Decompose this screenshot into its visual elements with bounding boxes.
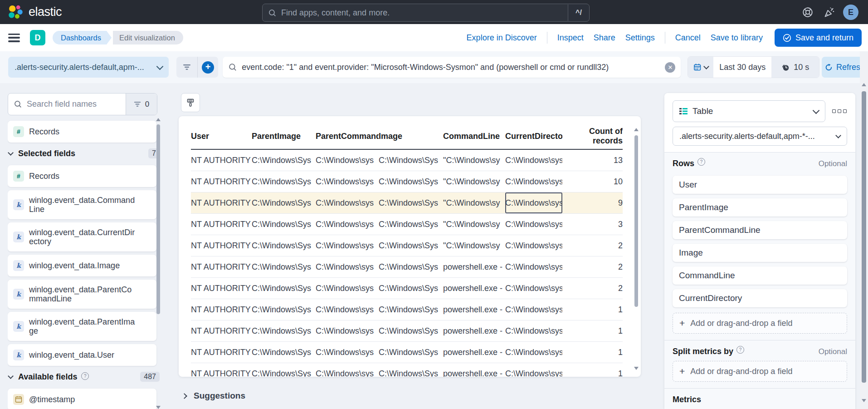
table-cell[interactable]: C:\Windows\Sys: [252, 342, 316, 363]
quick-select-button[interactable]: [688, 57, 713, 78]
table-cell[interactable]: NT AUTHORITY: [191, 214, 252, 235]
table-cell[interactable]: C:\Windows\Sys: [379, 299, 443, 320]
table-cell[interactable]: NT AUTHORITY: [191, 235, 252, 256]
table-cell[interactable]: C:\Windows\Sys: [252, 214, 316, 235]
table-cell[interactable]: C:\Windows\Sys: [252, 235, 316, 256]
table-cell[interactable]: NT AUTHORITY: [191, 150, 252, 171]
layer-options-icon[interactable]: [832, 109, 847, 113]
space-badge[interactable]: D: [30, 30, 45, 45]
table-cell[interactable]: NT AUTHORITY: [191, 363, 252, 377]
news-feed-icon[interactable]: [822, 5, 836, 19]
table-cell[interactable]: C:\Windows\sys: [316, 256, 379, 277]
table-cell[interactable]: C:\Windows\sys: [505, 171, 562, 192]
field-item-winlog-event-data-parentimage[interactable]: kwinlog.event_data.ParentImage: [8, 312, 156, 341]
time-range-button[interactable]: Last 30 days: [713, 57, 771, 78]
table-cell[interactable]: C:\Windows\sys: [316, 320, 379, 341]
table-cell[interactable]: C:\Windows\Sys: [379, 171, 443, 192]
table-cell[interactable]: C:\Windows\Sys: [379, 214, 443, 235]
row-dimension-user[interactable]: User: [673, 176, 847, 194]
table-cell[interactable]: C:\Windows\sys: [316, 192, 379, 213]
link-settings[interactable]: Settings: [625, 33, 655, 43]
field-search-input[interactable]: Search field names 0: [8, 93, 157, 115]
table-cell[interactable]: C:\Windows\Sys: [252, 299, 316, 320]
link-cancel[interactable]: Cancel: [675, 33, 701, 43]
table-cell[interactable]: 3: [562, 214, 623, 235]
table-cell[interactable]: C:\Windows\sys: [505, 214, 562, 235]
table-cell[interactable]: C:\Windows\Sys: [252, 256, 316, 277]
scrollbar-thumb[interactable]: [634, 135, 638, 307]
field-item-winlog-event-data-parentcommandline[interactable]: kwinlog.event_data.ParentCommandLine: [8, 280, 156, 309]
row-dimension-image[interactable]: Image: [673, 244, 847, 262]
table-cell[interactable]: 1: [562, 299, 623, 320]
table-cell[interactable]: C:\Windows\Sys: [379, 235, 443, 256]
table-cell[interactable]: 13: [562, 150, 623, 171]
table-cell[interactable]: C:\Windows\Sys: [252, 171, 316, 192]
table-cell[interactable]: NT AUTHORITY: [191, 171, 252, 192]
data-view-picker[interactable]: .alerts-security.alerts-default,apm-...: [8, 57, 169, 78]
field-item-winlog-event-data-commandline[interactable]: kwinlog.event_data.CommandLine: [8, 190, 156, 219]
table-cell[interactable]: 10: [562, 171, 623, 192]
row-dimension-parentcommandline[interactable]: ParentCommandLine: [673, 221, 847, 239]
layer-data-view-select[interactable]: .alerts-security.alerts-default,apm-*-..…: [673, 127, 847, 146]
menu-icon[interactable]: [8, 34, 20, 42]
table-cell[interactable]: C:\Windows\sys: [505, 342, 562, 363]
table-cell[interactable]: 1: [562, 342, 623, 363]
row-dimension-currentdirectory[interactable]: CurrentDirectory: [673, 289, 847, 307]
table-cell[interactable]: C:\Windows\sys: [316, 150, 379, 171]
table-cell[interactable]: "C:\Windows\sy: [443, 214, 505, 235]
refresh-interval-button[interactable]: 10 s: [771, 57, 819, 78]
field-item-winlog-event-data-currentdirectory[interactable]: kwinlog.event_data.CurrentDirectory: [8, 222, 156, 251]
link-explore-in-discover[interactable]: Explore in Discover: [467, 33, 537, 43]
table-cell[interactable]: 1: [562, 320, 623, 341]
table-cell[interactable]: C:\Windows\sys: [505, 363, 562, 377]
table-cell[interactable]: C:\Windows\sys: [505, 256, 562, 277]
table-cell[interactable]: C:\Windows\Sys: [379, 192, 443, 213]
row-dimension-commandline[interactable]: CommandLine: [673, 266, 847, 285]
column-header-commandline[interactable]: CommandLine: [443, 132, 505, 141]
link-share[interactable]: Share: [594, 33, 615, 43]
scroll-down-arrow[interactable]: [862, 399, 866, 402]
field-item-timestamp[interactable]: @timestamp: [8, 389, 156, 409]
table-cell[interactable]: "C:\Windows\sy: [443, 171, 505, 192]
field-item-winlog-event-data-user[interactable]: kwinlog.event_data.User: [8, 344, 156, 366]
table-cell[interactable]: C:\Windows\sys: [316, 171, 379, 192]
table-cell[interactable]: powershell.exe -: [443, 320, 505, 341]
scroll-up-arrow[interactable]: [156, 118, 161, 121]
table-cell[interactable]: C:\Windows\sys: [316, 278, 379, 299]
table-cell[interactable]: C:\Windows\Sys: [252, 192, 316, 213]
scroll-up-arrow[interactable]: [862, 83, 866, 86]
table-cell[interactable]: NT AUTHORITY: [191, 320, 252, 341]
table-cell[interactable]: C:\Windows\sys: [505, 278, 562, 299]
table-cell[interactable]: 9: [562, 192, 623, 213]
table-cell[interactable]: "C:\Windows\sy: [443, 150, 505, 171]
workspace-style-button[interactable]: [181, 93, 200, 112]
table-cell[interactable]: C:\Windows\Sys: [379, 363, 443, 377]
table-cell[interactable]: 2: [562, 235, 623, 256]
table-cell[interactable]: C:\Windows\sys: [316, 342, 379, 363]
field-filter-button[interactable]: 0: [126, 94, 157, 115]
user-avatar[interactable]: E: [843, 5, 858, 20]
help-icon[interactable]: [800, 5, 814, 19]
scroll-down-arrow[interactable]: [156, 406, 161, 409]
selected-fields-header[interactable]: Selected fields 7: [8, 147, 161, 160]
table-cell[interactable]: NT AUTHORITY: [191, 256, 252, 277]
table-cell[interactable]: C:\Windows\sys: [505, 150, 562, 171]
link-inspect[interactable]: Inspect: [557, 33, 584, 43]
table-cell[interactable]: NT AUTHORITY: [191, 299, 252, 320]
global-search-input[interactable]: Find apps, content, and more. ^/: [262, 4, 590, 22]
query-input[interactable]: event.code: "1" and event.provider: "Mic…: [223, 57, 681, 78]
table-cell[interactable]: "C:\Windows\sy: [443, 192, 505, 213]
table-cell[interactable]: NT AUTHORITY: [191, 192, 252, 213]
field-item-winlog-event-data-image[interactable]: kwinlog.event_data.Image: [8, 255, 156, 276]
clear-query-button[interactable]: ✕: [665, 62, 675, 73]
table-cell[interactable]: powershell.exe -: [443, 256, 505, 277]
table-cell[interactable]: C:\Windows\Sys: [379, 150, 443, 171]
table-cell[interactable]: powershell.exe -: [443, 299, 505, 320]
table-cell[interactable]: C:\Windows\Sys: [252, 278, 316, 299]
table-cell[interactable]: C:\Windows\sys: [316, 235, 379, 256]
table-cell[interactable]: 2: [562, 256, 623, 277]
table-cell[interactable]: C:\Windows\Sys: [252, 363, 316, 377]
table-cell[interactable]: C:\Windows\sys: [505, 192, 562, 213]
scrollbar-thumb[interactable]: [156, 124, 160, 314]
table-cell[interactable]: C:\Windows\sys: [316, 363, 379, 377]
